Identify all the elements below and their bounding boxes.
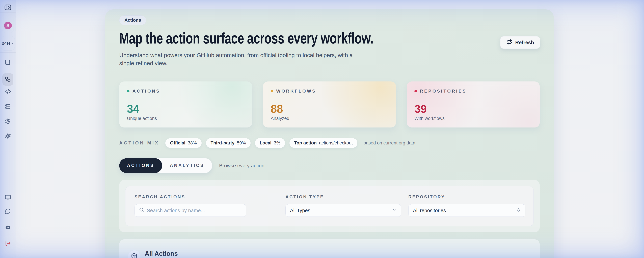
sidebar-item-settings[interactable]: [5, 118, 11, 124]
pill-name: Third-party: [211, 141, 234, 146]
all-actions-header: All Actions Complete inventory of action…: [128, 250, 531, 258]
filter-group-search: SEARCH ACTIONS: [134, 194, 286, 217]
action-type-value: All Types: [290, 208, 310, 213]
tabs-hint: Browse every action: [219, 163, 264, 169]
server-icon: [5, 103, 11, 109]
sidebar-toggle-button[interactable]: [4, 4, 12, 11]
search-field[interactable]: [134, 204, 246, 217]
sidebar-item-ai[interactable]: [5, 133, 11, 139]
chevrons-up-down-icon: [516, 207, 521, 213]
package-icon: [131, 253, 137, 258]
page-title: Map the action surface across every work…: [119, 30, 447, 47]
action-mix-note: based on current org data: [364, 141, 415, 146]
tab-analytics[interactable]: ANALYTICS: [162, 158, 212, 173]
main-panel: Actions Refresh Map the action surface a…: [105, 10, 554, 258]
all-actions-card: All Actions Complete inventory of action…: [119, 239, 540, 258]
stat-value: 39: [414, 102, 532, 115]
refresh-button[interactable]: Refresh: [500, 36, 540, 49]
sidebar-item-servers[interactable]: [5, 103, 11, 109]
action-mix-label: ACTION MIX: [119, 141, 159, 146]
mix-pill-local: Local 3%: [255, 138, 285, 148]
page-subtitle: Understand what powers your GitHub autom…: [119, 51, 359, 67]
stat-caption: Unique actions: [127, 116, 157, 121]
repository-value: All repositories: [413, 208, 446, 213]
logout-button[interactable]: [5, 240, 11, 246]
sidebar-item-chat[interactable]: [5, 208, 11, 214]
monitor-icon: [5, 195, 11, 201]
all-actions-titles: All Actions Complete inventory of action…: [145, 250, 276, 258]
search-icon: [139, 207, 144, 213]
filter-group-type: ACTION TYPE All Types: [286, 194, 408, 217]
action-type-label: ACTION TYPE: [286, 194, 408, 200]
stat-value: 88: [271, 102, 388, 115]
sidebar-divider: [0, 52, 16, 53]
search-input[interactable]: [147, 208, 242, 213]
sidebar-item-discord[interactable]: [5, 224, 11, 231]
avatar[interactable]: S: [2, 18, 14, 33]
tab-actions[interactable]: ACTIONS: [119, 158, 162, 173]
filters-card: SEARCH ACTIONS ACTION TYPE All Types: [119, 180, 540, 232]
status-dot-amber: [271, 90, 273, 92]
tabs-row: ACTIONS ANALYTICS Browse every action: [119, 158, 540, 173]
refresh-label: Refresh: [515, 40, 534, 45]
discord-icon: [5, 224, 11, 231]
stat-card-actions: ACTIONS 34 Unique actions: [119, 81, 252, 127]
sidebar-item-actions[interactable]: [2, 73, 14, 86]
code-icon: [5, 88, 11, 95]
page-badge: Actions: [119, 16, 146, 25]
pill-value: 3%: [274, 141, 280, 146]
repository-select[interactable]: All repositories: [408, 204, 526, 217]
all-actions-title: All Actions: [145, 250, 276, 257]
sidebar-item-display[interactable]: [5, 195, 11, 201]
time-range-value: 24H: [2, 41, 10, 46]
page: S 24H: [0, 0, 644, 258]
refresh-icon: [506, 39, 512, 46]
stat-value: 34: [127, 102, 244, 115]
action-mix-row: ACTION MIX Official 38% Third-party 59% …: [119, 138, 540, 148]
stat-caption: Analyzed: [271, 116, 289, 121]
mix-pill-third-party: Third-party 59%: [206, 138, 251, 148]
filter-group-repository: REPOSITORY All repositories: [408, 194, 526, 217]
status-dot-teal: [127, 90, 130, 92]
avatar-initial: S: [4, 22, 12, 29]
search-label: SEARCH ACTIONS: [134, 194, 286, 200]
pill-value: 59%: [237, 141, 246, 146]
stat-label: REPOSITORIES: [420, 88, 467, 94]
package-icon-circle: [128, 250, 140, 258]
workflow-icon: [5, 76, 11, 82]
action-type-select[interactable]: All Types: [286, 204, 401, 217]
sidebar-divider: [0, 13, 16, 13]
logout-icon: [5, 240, 11, 246]
repository-label: REPOSITORY: [408, 194, 526, 200]
bar-chart-icon: [5, 59, 11, 65]
pill-name: Top action: [294, 141, 317, 146]
mix-pill-top-action: Top action actions/checkout: [290, 138, 358, 148]
sidebar-item-code[interactable]: [5, 88, 11, 95]
pill-name: Local: [260, 141, 272, 146]
stat-card-workflows: WORKFLOWS 88 Analyzed: [263, 81, 396, 127]
filters-panel: SEARCH ACTIONS ACTION TYPE All Types: [125, 186, 534, 226]
time-range-selector[interactable]: 24H: [1, 36, 15, 51]
pill-value: 38%: [188, 141, 197, 146]
stat-label: WORKFLOWS: [276, 88, 316, 94]
sparkles-icon: [5, 133, 11, 139]
mix-pill-official: Official 38%: [165, 138, 202, 148]
status-dot-red: [414, 90, 417, 92]
stat-caption: With workflows: [414, 116, 444, 121]
stat-label: ACTIONS: [132, 88, 160, 94]
stat-card-repositories: REPOSITORIES 39 With workflows: [407, 81, 540, 127]
sidebar: S 24H: [0, 0, 16, 258]
chevron-down-icon: [392, 207, 397, 213]
tab-group: ACTIONS ANALYTICS: [119, 158, 212, 173]
chevron-down-icon: [11, 42, 14, 45]
stat-cards: ACTIONS 34 Unique actions WORKFLOWS 88 A…: [119, 81, 540, 127]
chat-icon: [5, 208, 11, 214]
gear-icon: [5, 118, 11, 124]
pill-name: Official: [170, 141, 186, 146]
pill-value: actions/checkout: [319, 141, 353, 146]
sidebar-toggle-icon: [4, 4, 12, 11]
sidebar-item-analytics[interactable]: [5, 59, 11, 65]
